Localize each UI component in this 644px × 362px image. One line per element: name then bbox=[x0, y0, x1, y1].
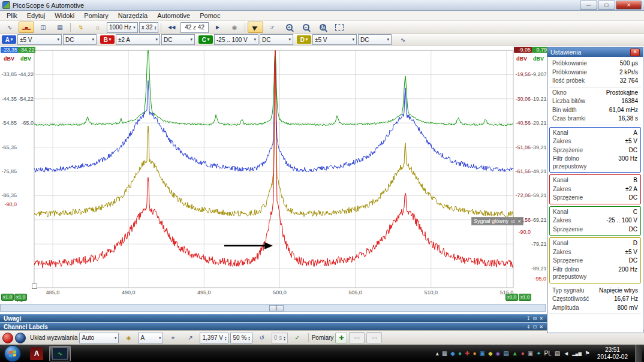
pin-icon[interactable]: ↧ bbox=[526, 316, 531, 321]
horizontal-scrollbar[interactable]: ║ bbox=[0, 304, 546, 312]
stop-button[interactable] bbox=[15, 333, 26, 343]
pointer-tool-button[interactable] bbox=[248, 22, 263, 33]
autosetup-button[interactable]: ↯ bbox=[73, 22, 89, 33]
spectrum-range-select[interactable]: 1000 Hz ▾ bbox=[107, 22, 138, 33]
menu-item-automotive[interactable]: Automotive bbox=[152, 11, 195, 20]
buffer-overview-button[interactable]: ◉ bbox=[227, 22, 242, 33]
tray-icon[interactable]: ▤ bbox=[503, 351, 508, 357]
channel-D-range-select[interactable]: ±5 V▾ bbox=[312, 34, 357, 45]
tray-icon[interactable]: ◆ bbox=[488, 351, 493, 357]
tray-icon[interactable]: ✚ bbox=[465, 351, 470, 357]
minimize-button[interactable]: — bbox=[580, 1, 597, 10]
spectrum-chart-area[interactable]: -23,35-34,22dBVdBV-33,85-44,35-54,85-65,… bbox=[0, 46, 547, 313]
taskbar-item-picoscope[interactable]: ∿ bbox=[49, 346, 71, 361]
prev-buffer-button[interactable]: ◀◀ bbox=[164, 22, 179, 33]
menu-item-plik[interactable]: Plik bbox=[2, 11, 22, 20]
taskbar-clock[interactable]: 23:51 2014-02-02 bbox=[597, 346, 628, 361]
channel-B-coupling-select[interactable]: DC▾ bbox=[161, 34, 195, 45]
spin-down-icon[interactable]: ▾ bbox=[225, 338, 227, 340]
tray-icon[interactable]: ▣ bbox=[528, 351, 533, 357]
trigger-confirm-button[interactable]: ✓ bbox=[290, 332, 305, 343]
settings-close-button[interactable]: ✕ bbox=[630, 49, 640, 56]
split-view-button[interactable]: ◫ bbox=[35, 22, 51, 33]
left-axis-unit-1: dBV bbox=[4, 56, 16, 62]
axis-drag-handle[interactable] bbox=[32, 283, 37, 289]
tooltip-close-icon[interactable]: ✕ bbox=[517, 219, 522, 224]
channel-labels-panel-bar[interactable]: Channel Labels ↧ ⊡ ✕ bbox=[0, 322, 547, 330]
settings-panel-header[interactable]: Ustawienia ✕ bbox=[547, 47, 643, 57]
tray-icon[interactable]: ▦ bbox=[442, 351, 447, 357]
spin-down-icon[interactable]: ▾ bbox=[248, 338, 250, 340]
tray-icon[interactable]: ● bbox=[521, 351, 525, 357]
hidden-icons-button[interactable]: ▴ bbox=[436, 351, 439, 357]
channel-B-range-select[interactable]: ±2 A▾ bbox=[116, 34, 160, 45]
volume-icon[interactable]: ◄ bbox=[563, 351, 569, 357]
tray-icon[interactable]: ● bbox=[458, 351, 462, 357]
trigger-source-select[interactable]: A ▾ bbox=[138, 333, 163, 343]
tray-icon[interactable]: ◈ bbox=[496, 351, 501, 357]
pretrigger-spinner[interactable]: 50 % ▴▾ bbox=[230, 333, 252, 343]
list-view-button[interactable]: ▤ bbox=[52, 22, 68, 33]
trigger-reset-button[interactable]: ↺ bbox=[254, 332, 270, 343]
add-measurement-button[interactable]: ✚ bbox=[335, 333, 347, 343]
zoom-undo-button[interactable]: ↺ bbox=[315, 22, 330, 33]
tray-icon[interactable]: ● bbox=[473, 351, 476, 357]
spin-down-icon[interactable]: ▾ bbox=[155, 28, 157, 30]
scope-view-button[interactable]: ∿ bbox=[2, 22, 17, 33]
spectrum-plot[interactable] bbox=[0, 46, 547, 303]
channel-A-range-select[interactable]: ±5 V▾ bbox=[17, 34, 62, 45]
channel-D-button[interactable]: D▾ bbox=[297, 35, 311, 44]
channel-C-button[interactable]: C▾ bbox=[198, 35, 213, 44]
language-indicator[interactable]: PL bbox=[544, 350, 552, 357]
menu-item-widoki[interactable]: Widoki bbox=[50, 11, 79, 20]
next-buffer-button[interactable]: ▶ bbox=[210, 22, 225, 33]
spectrum-view-button[interactable]: ▂▅▂ bbox=[19, 22, 34, 33]
channel-B-button[interactable]: B▾ bbox=[100, 35, 115, 44]
taskbar-item-adobe-reader[interactable]: A bbox=[26, 346, 47, 361]
show-desktop-button[interactable] bbox=[635, 345, 642, 362]
run-button[interactable] bbox=[2, 333, 13, 343]
menu-item-pomiary[interactable]: Pomiary bbox=[79, 11, 113, 20]
zoom-multiplier-spinner[interactable]: x 32 ▴▾ bbox=[139, 22, 158, 33]
network-icon[interactable]: ▂▄▆ bbox=[572, 351, 582, 357]
float-icon[interactable]: ⊡ bbox=[533, 316, 537, 321]
tooltip-float-icon[interactable]: ⊡ bbox=[511, 219, 515, 224]
scrollbar-thumb[interactable]: ║ bbox=[269, 305, 284, 312]
trigger-mode-select[interactable]: Auto ▾ bbox=[79, 333, 119, 343]
trigger-arrow-button[interactable]: ↗ bbox=[182, 332, 198, 343]
channel-A-coupling-select[interactable]: DC▾ bbox=[63, 34, 97, 45]
zoom-out-button[interactable]: − bbox=[298, 22, 314, 33]
close-button[interactable]: ✕ bbox=[616, 1, 642, 10]
buffer-position-field[interactable]: 42 z 42 bbox=[180, 22, 209, 33]
signal-generator-button[interactable]: ∿ bbox=[395, 34, 411, 46]
tray-icon[interactable]: ▣ bbox=[479, 351, 484, 357]
crosshair-tool-button[interactable]: ⌖ bbox=[165, 332, 180, 343]
zoom-in-button[interactable]: + bbox=[281, 22, 297, 33]
close-icon[interactable]: ✕ bbox=[539, 324, 543, 330]
pan-tool-button[interactable]: ☞ bbox=[264, 22, 280, 33]
settings-label: Bin width bbox=[552, 107, 577, 114]
start-button[interactable] bbox=[4, 345, 21, 362]
channel-D-coupling-select[interactable]: DC▾ bbox=[358, 34, 392, 45]
menu-item-edytuj[interactable]: Edytuj bbox=[22, 11, 50, 20]
float-icon[interactable]: ⊡ bbox=[533, 324, 537, 330]
channel-C-coupling-select[interactable]: DC▾ bbox=[260, 34, 293, 45]
notes-panel-bar[interactable]: Uwagi ↧ ⊡ ✕ bbox=[0, 314, 547, 322]
home-button[interactable]: ⌂ bbox=[90, 22, 106, 33]
channel-C-range-select[interactable]: -25 .. 100 V▾ bbox=[214, 34, 258, 45]
tray-icon[interactable]: ◆ bbox=[450, 351, 455, 357]
channel-A-button[interactable]: A▾ bbox=[2, 35, 16, 44]
close-icon[interactable]: ✕ bbox=[539, 316, 543, 321]
keyboard-icon[interactable]: ▤ bbox=[555, 351, 560, 357]
trigger-level-spinner[interactable]: 1,397 V ▴▾ bbox=[200, 333, 228, 343]
tray-icon[interactable]: ▲ bbox=[512, 351, 518, 357]
pin-icon[interactable]: ↧ bbox=[526, 324, 531, 330]
action-center-icon[interactable]: ⚑ bbox=[585, 351, 590, 357]
menu-item-narzędzia[interactable]: Narzędzia bbox=[113, 11, 153, 20]
marquee-zoom-button[interactable] bbox=[332, 22, 347, 33]
maximize-button[interactable]: ▢ bbox=[598, 1, 615, 10]
menu-item-pomoc[interactable]: Pomoc bbox=[195, 11, 225, 20]
settings-row: SprzężenieDC bbox=[550, 194, 640, 203]
trigger-marker-button[interactable]: ◈ bbox=[121, 332, 136, 343]
tray-icon[interactable]: ✦ bbox=[536, 351, 541, 357]
